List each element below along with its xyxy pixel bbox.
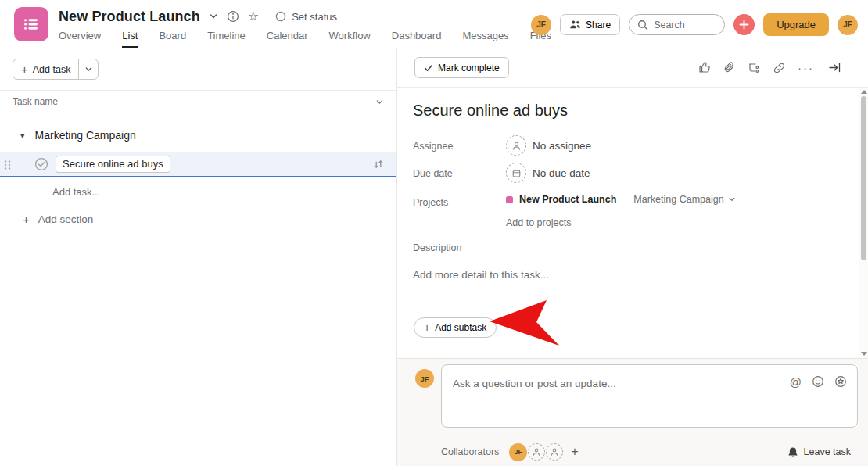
description-input[interactable]: Add more detail to this task... [413, 269, 549, 281]
avatar: JF [415, 369, 434, 388]
chevron-down-icon [84, 65, 93, 73]
collaborators-label: Collaborators [441, 446, 499, 457]
leave-task-button[interactable]: Leave task [787, 446, 851, 458]
set-status-button[interactable]: Set status [275, 11, 337, 23]
comment-input[interactable]: Ask a question or post an update... @ [441, 364, 858, 428]
chevron-down-icon[interactable] [209, 12, 218, 21]
section-title: Marketing Campaign [35, 129, 136, 142]
top-bar: New Product Launch ☆ Set status Overview… [0, 0, 868, 48]
tab-board[interactable]: Board [159, 30, 186, 48]
mark-complete-button[interactable]: Mark complete [414, 57, 509, 78]
expand-arrows-icon[interactable] [373, 159, 384, 170]
add-task-dropdown[interactable] [79, 59, 98, 79]
section-row-marketing-campaign[interactable]: ▾ Marketing Campaign [0, 124, 396, 147]
tab-dashboard[interactable]: Dashboard [392, 30, 442, 48]
add-collaborator-placeholder-icon[interactable] [546, 443, 563, 461]
share-button[interactable]: Share [560, 14, 620, 35]
tab-calendar[interactable]: Calendar [267, 30, 308, 48]
complete-check-icon[interactable] [34, 157, 48, 171]
scroll-down-icon[interactable] [861, 352, 867, 356]
project-tabs: Overview List Board Timeline Calendar Wo… [59, 30, 551, 48]
project-color-dot [506, 196, 513, 203]
projects-field: New Product Launch Marketing Campaign [506, 194, 736, 205]
projects-label: Projects [413, 197, 448, 208]
add-to-projects-button[interactable]: Add to projects [506, 217, 571, 228]
task-detail-content: Secure online ad buys Assignee No assign… [397, 88, 868, 358]
mention-icon[interactable]: @ [790, 376, 802, 388]
attach-icon[interactable] [723, 61, 736, 74]
info-icon[interactable] [227, 10, 239, 23]
add-task-label: Add task [33, 64, 71, 75]
column-header-task-name[interactable]: Task name [0, 91, 396, 113]
project-section-label: Marketing Campaign [633, 194, 723, 205]
section-caret-icon[interactable]: ▾ [20, 131, 25, 140]
plus-icon: + [23, 213, 30, 225]
task-row-selected[interactable]: Secure online ad buys [0, 152, 396, 177]
tab-overview[interactable]: Overview [59, 30, 101, 48]
add-subtask-label: Add subtask [435, 322, 486, 333]
tab-messages[interactable]: Messages [462, 30, 508, 48]
mark-complete-label: Mark complete [438, 63, 500, 73]
assignee-field[interactable]: No assignee [506, 135, 591, 156]
avatar[interactable]: JF [838, 15, 858, 35]
search-input[interactable] [654, 20, 716, 30]
star-icon[interactable]: ☆ [248, 10, 259, 23]
project-section-picker[interactable]: Marketing Campaign [633, 194, 735, 205]
more-options-icon[interactable]: ··· [798, 65, 814, 71]
page-title: New Product Launch [59, 9, 200, 25]
due-date-value: No due date [533, 167, 590, 179]
task-detail-title[interactable]: Secure online ad buys [413, 102, 568, 120]
avatar[interactable]: JF [509, 443, 527, 461]
chevron-down-icon [728, 195, 736, 203]
topbar-actions: JF Share Upgrade JF [531, 13, 858, 36]
scroll-up-icon[interactable] [861, 90, 867, 94]
list-glyph-icon [23, 16, 40, 33]
scrollbar-thumb[interactable] [861, 96, 866, 260]
appreciation-icon[interactable] [834, 375, 847, 388]
comment-section: JF Ask a question or post an update... @ [397, 358, 868, 466]
set-status-label: Set status [292, 11, 337, 23]
due-date-label: Due date [413, 168, 453, 179]
tab-workflow[interactable]: Workflow [329, 30, 371, 48]
tab-timeline[interactable]: Timeline [207, 30, 246, 48]
like-icon[interactable] [698, 61, 712, 74]
assignee-label: Assignee [413, 141, 453, 152]
link-icon[interactable] [773, 62, 786, 74]
project-logo-icon[interactable] [14, 7, 48, 41]
add-subtask-button[interactable]: + Add subtask [414, 317, 497, 338]
divider [0, 113, 396, 113]
collaborator-avatars: JF [509, 443, 563, 461]
task-detail-panel: Mark complete ··· [397, 48, 868, 466]
description-label: Description [413, 242, 462, 253]
due-date-field[interactable]: No due date [506, 163, 590, 183]
project-name[interactable]: New Product Launch [519, 194, 616, 205]
subtasks-icon[interactable] [748, 62, 761, 74]
collapse-pane-icon[interactable] [828, 62, 841, 73]
chevron-down-icon[interactable] [375, 98, 384, 106]
add-collaborator-button[interactable]: + [571, 445, 578, 459]
detail-scrollbar[interactable] [859, 88, 868, 358]
calendar-placeholder-icon [506, 163, 526, 183]
upgrade-button[interactable]: Upgrade [763, 13, 829, 36]
plus-icon [739, 20, 749, 30]
asana-app: New Product Launch ☆ Set status Overview… [0, 0, 868, 466]
share-label: Share [586, 20, 611, 30]
task-list-panel: + Add task Task name ▾ Marketing Campaig… [0, 48, 397, 466]
annotation-red-arrow [490, 300, 561, 347]
add-task-button[interactable]: + Add task [13, 59, 99, 80]
add-collaborator-placeholder-icon[interactable] [528, 443, 545, 461]
add-section-button[interactable]: + Add section [0, 209, 93, 229]
add-task-inline[interactable]: Add task... [0, 181, 396, 203]
task-name-input[interactable]: Secure online ad buys [56, 156, 170, 173]
avatar[interactable]: JF [531, 15, 551, 35]
search-box[interactable] [629, 14, 725, 35]
tab-list[interactable]: List [122, 30, 138, 48]
drag-handle-icon[interactable] [3, 160, 12, 170]
leave-task-label: Leave task [804, 446, 851, 457]
column-header-label: Task name [13, 96, 58, 107]
project-title-block: New Product Launch ☆ Set status Overview… [59, 5, 551, 48]
bell-icon [787, 446, 798, 458]
comment-placeholder: Ask a question or post an update... [453, 378, 616, 389]
create-button[interactable] [733, 14, 755, 35]
emoji-icon[interactable] [812, 375, 824, 388]
